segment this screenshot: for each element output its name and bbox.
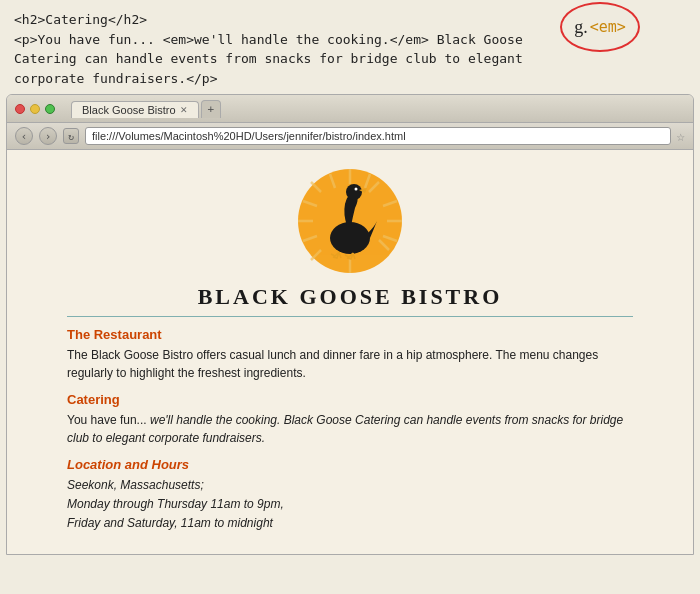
- back-button[interactable]: ‹: [15, 127, 33, 145]
- code-line-3: Catering can handle events from snacks f…: [14, 49, 686, 69]
- page-content: BLACK GOOSE BISTRO The Restaurant The Bl…: [7, 150, 693, 554]
- browser-window: Black Goose Bistro ✕ + ‹ › ↻ file:///Vol…: [6, 94, 694, 555]
- tab-bar: Black Goose Bistro ✕ +: [71, 100, 221, 118]
- catering-heading: Catering: [67, 392, 633, 407]
- svg-point-17: [355, 188, 358, 191]
- restaurant-text: The Black Goose Bistro offers casual lun…: [67, 346, 633, 382]
- site-title: BLACK GOOSE BISTRO: [67, 284, 633, 310]
- forward-button[interactable]: ›: [39, 127, 57, 145]
- location-line-3: Friday and Saturday, 11am to midnight: [67, 514, 633, 533]
- browser-toolbar: ‹ › ↻ file:///Volumes/Macintosh%20HD/Use…: [7, 123, 693, 150]
- browser-tab-active[interactable]: Black Goose Bistro ✕: [71, 101, 199, 118]
- svg-point-15: [330, 222, 370, 254]
- maximize-button[interactable]: [45, 104, 55, 114]
- location-line-1: Seekonk, Massachusetts;: [67, 476, 633, 495]
- code-line-1: <h2>Catering</h2>: [14, 10, 686, 30]
- goose-logo: [295, 166, 405, 276]
- address-bar[interactable]: file:///Volumes/Macintosh%20HD/Users/jen…: [85, 127, 671, 145]
- browser-titlebar: Black Goose Bistro ✕ +: [7, 95, 693, 123]
- location-line-2: Monday through Thursday 11am to 9pm,: [67, 495, 633, 514]
- refresh-button[interactable]: ↻: [63, 128, 79, 144]
- bookmark-icon[interactable]: ☆: [677, 128, 685, 144]
- svg-point-16: [346, 184, 362, 200]
- new-tab-button[interactable]: +: [201, 100, 222, 118]
- close-button[interactable]: [15, 104, 25, 114]
- code-display: <h2>Catering</h2> <p>You have fun... <em…: [0, 0, 700, 94]
- catering-italic-text: we'll handle the cooking. Black Goose Ca…: [67, 413, 623, 445]
- tab-close-icon[interactable]: ✕: [180, 105, 188, 115]
- traffic-lights: [15, 104, 55, 114]
- code-line-2: <p>You have fun... <em>we'll handle the …: [14, 30, 686, 50]
- title-divider: [67, 316, 633, 317]
- minimize-button[interactable]: [30, 104, 40, 114]
- catering-normal-text: You have fun...: [67, 413, 150, 427]
- catering-text: You have fun... we'll handle the cooking…: [67, 411, 633, 447]
- location-heading: Location and Hours: [67, 457, 633, 472]
- location-text: Seekonk, Massachusetts; Monday through T…: [67, 476, 633, 534]
- tab-label: Black Goose Bistro: [82, 104, 176, 116]
- browser-content: BLACK GOOSE BISTRO The Restaurant The Bl…: [7, 150, 693, 554]
- code-line-4: corporate fundraisers.</p>: [14, 69, 686, 89]
- logo-area: [67, 166, 633, 276]
- restaurant-heading: The Restaurant: [67, 327, 633, 342]
